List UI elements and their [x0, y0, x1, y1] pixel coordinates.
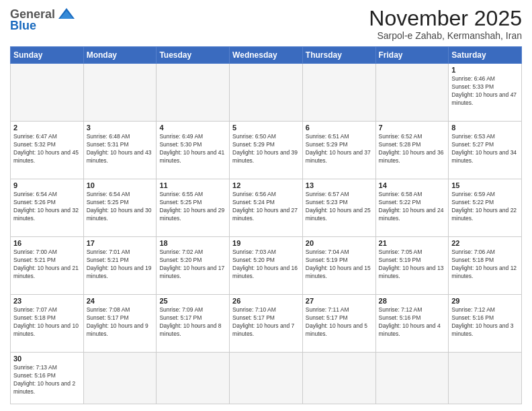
day-number: 10 [87, 181, 154, 189]
day-info: Sunrise: 7:11 AMSunset: 5:17 PMDaylight:… [306, 306, 373, 338]
day-number: 8 [451, 124, 519, 132]
day-number: 6 [306, 124, 373, 132]
day-number: 23 [13, 297, 81, 305]
calendar-cell: 19Sunrise: 7:03 AMSunset: 5:20 PMDayligh… [230, 237, 303, 295]
day-info: Sunrise: 6:54 AMSunset: 5:25 PMDaylight:… [87, 191, 154, 223]
calendar-cell: 6Sunrise: 6:51 AMSunset: 5:29 PMDaylight… [302, 122, 375, 179]
day-info: Sunrise: 7:01 AMSunset: 5:21 PMDaylight:… [87, 248, 154, 281]
header: General Blue November 2025 Sarpol-e Zaha… [10, 7, 522, 41]
day-number: 29 [451, 297, 519, 305]
calendar-cell: 22Sunrise: 7:06 AMSunset: 5:18 PMDayligh… [449, 237, 522, 295]
week-row-3: 16Sunrise: 7:00 AMSunset: 5:21 PMDayligh… [11, 237, 522, 295]
day-number: 2 [13, 124, 81, 132]
day-info: Sunrise: 7:09 AMSunset: 5:17 PMDaylight:… [159, 306, 226, 338]
calendar-cell [83, 352, 157, 404]
calendar-cell [375, 352, 449, 404]
calendar-cell: 26Sunrise: 7:10 AMSunset: 5:17 PMDayligh… [230, 294, 303, 352]
calendar-cell: 18Sunrise: 7:02 AMSunset: 5:20 PMDayligh… [157, 237, 230, 295]
calendar-cell: 28Sunrise: 7:12 AMSunset: 5:16 PMDayligh… [375, 294, 449, 352]
day-info: Sunrise: 7:03 AMSunset: 5:20 PMDaylight:… [232, 248, 300, 281]
calendar-cell: 4Sunrise: 6:49 AMSunset: 5:30 PMDaylight… [157, 122, 230, 179]
day-number: 16 [13, 239, 81, 247]
day-number: 4 [159, 124, 226, 132]
day-info: Sunrise: 6:57 AMSunset: 5:23 PMDaylight:… [306, 191, 373, 223]
day-number: 17 [87, 239, 154, 247]
day-number: 14 [379, 181, 446, 189]
day-number: 22 [451, 239, 519, 247]
calendar-cell [157, 352, 230, 404]
day-info: Sunrise: 7:02 AMSunset: 5:20 PMDaylight:… [159, 248, 226, 281]
day-info: Sunrise: 7:00 AMSunset: 5:21 PMDaylight:… [13, 248, 81, 281]
weekday-sunday: Sunday [11, 47, 84, 64]
day-info: Sunrise: 7:12 AMSunset: 5:16 PMDaylight:… [379, 306, 446, 338]
day-info: Sunrise: 6:51 AMSunset: 5:29 PMDaylight:… [306, 133, 373, 165]
calendar-cell: 12Sunrise: 6:56 AMSunset: 5:24 PMDayligh… [230, 179, 303, 237]
logo: General Blue [10, 7, 76, 33]
weekday-tuesday: Tuesday [157, 47, 230, 64]
calendar-cell: 8Sunrise: 6:53 AMSunset: 5:27 PMDaylight… [449, 122, 522, 179]
weekday-friday: Friday [375, 47, 449, 64]
day-number: 3 [87, 124, 154, 132]
location: Sarpol-e Zahab, Kermanshah, Iran [369, 30, 522, 41]
day-info: Sunrise: 6:56 AMSunset: 5:24 PMDaylight:… [232, 191, 300, 223]
day-info: Sunrise: 7:08 AMSunset: 5:17 PMDaylight:… [87, 306, 154, 338]
calendar-table: SundayMondayTuesdayWednesdayThursdayFrid… [10, 46, 522, 404]
weekday-header-row: SundayMondayTuesdayWednesdayThursdayFrid… [11, 47, 522, 64]
day-info: Sunrise: 6:58 AMSunset: 5:22 PMDaylight:… [379, 191, 446, 223]
weekday-saturday: Saturday [449, 47, 522, 64]
day-info: Sunrise: 6:54 AMSunset: 5:26 PMDaylight:… [13, 191, 81, 223]
day-number: 28 [379, 297, 446, 305]
day-info: Sunrise: 7:05 AMSunset: 5:19 PMDaylight:… [379, 248, 446, 281]
day-info: Sunrise: 6:49 AMSunset: 5:30 PMDaylight:… [159, 133, 226, 165]
calendar-cell: 25Sunrise: 7:09 AMSunset: 5:17 PMDayligh… [157, 294, 230, 352]
calendar-cell [11, 64, 84, 122]
day-number: 27 [306, 297, 373, 305]
calendar-cell: 16Sunrise: 7:00 AMSunset: 5:21 PMDayligh… [11, 237, 84, 295]
logo-blue-text: Blue [10, 19, 36, 33]
calendar-cell: 13Sunrise: 6:57 AMSunset: 5:23 PMDayligh… [302, 179, 375, 237]
logo-icon [57, 7, 76, 21]
day-info: Sunrise: 6:59 AMSunset: 5:22 PMDaylight:… [451, 191, 519, 223]
calendar-cell: 30Sunrise: 7:13 AMSunset: 5:16 PMDayligh… [11, 352, 84, 404]
calendar-cell [230, 352, 303, 404]
day-number: 25 [159, 297, 226, 305]
day-number: 9 [13, 181, 81, 189]
day-info: Sunrise: 7:04 AMSunset: 5:19 PMDaylight:… [306, 248, 373, 281]
day-info: Sunrise: 7:07 AMSunset: 5:18 PMDaylight:… [13, 306, 81, 338]
day-number: 18 [159, 239, 226, 247]
day-info: Sunrise: 6:55 AMSunset: 5:25 PMDaylight:… [159, 191, 226, 223]
calendar-cell [302, 64, 375, 122]
day-number: 11 [159, 181, 226, 189]
calendar-cell [375, 64, 449, 122]
day-info: Sunrise: 6:53 AMSunset: 5:27 PMDaylight:… [451, 133, 519, 165]
month-title: November 2025 [369, 7, 522, 30]
calendar-cell: 2Sunrise: 6:47 AMSunset: 5:32 PMDaylight… [11, 122, 84, 179]
calendar-cell: 27Sunrise: 7:11 AMSunset: 5:17 PMDayligh… [302, 294, 375, 352]
day-number: 1 [451, 66, 519, 74]
day-number: 26 [232, 297, 300, 305]
calendar-cell: 14Sunrise: 6:58 AMSunset: 5:22 PMDayligh… [375, 179, 449, 237]
calendar-cell: 9Sunrise: 6:54 AMSunset: 5:26 PMDaylight… [11, 179, 84, 237]
day-info: Sunrise: 6:48 AMSunset: 5:31 PMDaylight:… [87, 133, 154, 165]
day-number: 5 [232, 124, 300, 132]
day-info: Sunrise: 7:12 AMSunset: 5:16 PMDaylight:… [451, 306, 519, 338]
day-number: 12 [232, 181, 300, 189]
day-number: 20 [306, 239, 373, 247]
weekday-monday: Monday [83, 47, 157, 64]
calendar-cell: 10Sunrise: 6:54 AMSunset: 5:25 PMDayligh… [83, 179, 157, 237]
calendar-cell: 21Sunrise: 7:05 AMSunset: 5:19 PMDayligh… [375, 237, 449, 295]
day-info: Sunrise: 6:46 AMSunset: 5:33 PMDaylight:… [451, 75, 519, 107]
calendar-cell: 29Sunrise: 7:12 AMSunset: 5:16 PMDayligh… [449, 294, 522, 352]
calendar-cell: 24Sunrise: 7:08 AMSunset: 5:17 PMDayligh… [83, 294, 157, 352]
week-row-1: 2Sunrise: 6:47 AMSunset: 5:32 PMDaylight… [11, 122, 522, 179]
week-row-2: 9Sunrise: 6:54 AMSunset: 5:26 PMDaylight… [11, 179, 522, 237]
day-number: 21 [379, 239, 446, 247]
week-row-5: 30Sunrise: 7:13 AMSunset: 5:16 PMDayligh… [11, 352, 522, 404]
calendar-cell [449, 352, 522, 404]
day-info: Sunrise: 6:52 AMSunset: 5:28 PMDaylight:… [379, 133, 446, 165]
calendar-cell: 20Sunrise: 7:04 AMSunset: 5:19 PMDayligh… [302, 237, 375, 295]
calendar-cell: 15Sunrise: 6:59 AMSunset: 5:22 PMDayligh… [449, 179, 522, 237]
day-info: Sunrise: 6:47 AMSunset: 5:32 PMDaylight:… [13, 133, 81, 165]
calendar-cell [230, 64, 303, 122]
week-row-4: 23Sunrise: 7:07 AMSunset: 5:18 PMDayligh… [11, 294, 522, 352]
